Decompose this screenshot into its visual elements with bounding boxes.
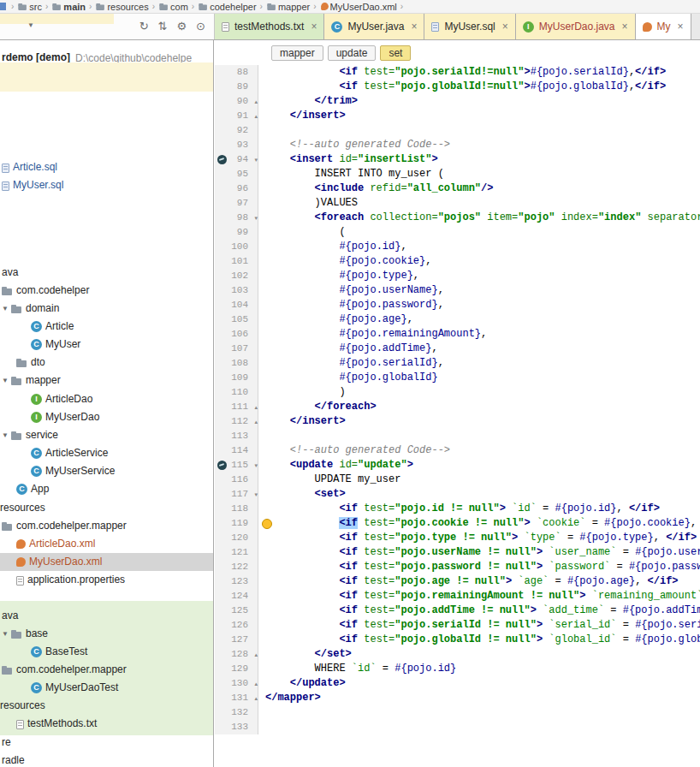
fold-up-icon[interactable]: ▴ (254, 691, 258, 705)
code-text[interactable] (258, 123, 700, 138)
structure-chip-set[interactable]: set (380, 45, 411, 61)
chevron-down-icon[interactable]: ▼ (2, 431, 11, 439)
tree-item-articledao-xml[interactable]: ArticleDao.xml (0, 535, 213, 553)
tree-item-ava[interactable]: ava (0, 264, 213, 282)
editor-tab-myuserdao-java[interactable]: IMyUserDao.java× (516, 14, 636, 39)
intention-bulb-icon[interactable] (262, 519, 272, 529)
code-text[interactable]: </foreach> (258, 400, 700, 414)
close-tab-icon[interactable]: × (502, 21, 508, 33)
code-text[interactable]: <!--auto generated Code--> (258, 138, 700, 152)
code-text[interactable]: </mapper> (258, 691, 700, 705)
fold-up-icon[interactable]: ▴ (254, 400, 258, 414)
code-text[interactable]: <foreach collection="pojos" item="pojo" … (258, 211, 700, 225)
tree-item-com-codehelper[interactable]: com.codehelper (0, 282, 213, 300)
fold-down-icon[interactable]: ▾ (254, 487, 258, 502)
code-text[interactable]: #{pojo.addTime}, (258, 342, 700, 356)
code-text[interactable]: </insert> (258, 414, 700, 429)
tree-item-myuserdaotest[interactable]: CMyUserDaoTest (0, 679, 213, 697)
tree-item-dto[interactable]: dto (0, 354, 213, 372)
code-text[interactable]: <if test="pojo.remainingAmount != null">… (258, 589, 700, 603)
sync-icon[interactable]: ↻ (139, 19, 149, 33)
code-text[interactable] (258, 720, 700, 734)
breadcrumb-myuserdao-xml[interactable]: MyUserDao.xml (320, 2, 397, 12)
fold-up-icon[interactable]: ▴ (254, 676, 258, 691)
code-text[interactable]: #{pojo.userName}, (258, 283, 700, 298)
code-text[interactable]: <if test="pojo.type != null"> `type` = #… (258, 531, 700, 545)
tree-item-myuser-sql[interactable]: MyUser.sql (0, 176, 213, 194)
breadcrumb-mapper[interactable]: mapper (266, 1, 310, 12)
code-text[interactable]: #{pojo.age}, (258, 312, 700, 327)
code-text[interactable]: <if test="pojo.id != null"> `id` = #{poj… (258, 502, 700, 516)
close-tab-icon[interactable]: × (411, 21, 417, 33)
code-text[interactable]: #{pojo.type}, (258, 269, 700, 283)
code-text[interactable]: </insert> (258, 109, 700, 123)
tree-item-myuserdao-xml[interactable]: MyUserDao.xml (0, 553, 213, 571)
code-text[interactable]: #{pojo.globalId} (258, 371, 700, 385)
tree-item-myuser[interactable]: CMyUser (0, 336, 213, 354)
structure-chip-mapper[interactable]: mapper (271, 45, 323, 61)
tree-item-service[interactable]: ▼service (0, 426, 213, 444)
settings-gear-icon[interactable]: ⚙ (176, 19, 187, 33)
chevron-down-icon[interactable]: ▼ (2, 377, 11, 384)
code-text[interactable]: )VALUES (258, 196, 700, 211)
code-text[interactable]: #{pojo.serialId}, (258, 356, 700, 371)
tree-item-resources[interactable]: resources (0, 697, 213, 715)
editor-tab-testmethods-txt[interactable]: testMethods.txt× (215, 14, 324, 39)
tree-item-ava[interactable]: ava (0, 607, 213, 625)
code-text[interactable]: #{pojo.remainingAmount}, (258, 327, 700, 342)
code-text[interactable]: <if test="pojo.cookie != null"> `cookie`… (258, 516, 700, 531)
editor-tab-myuser-java[interactable]: CMyUser.java× (324, 14, 424, 39)
tree-item-app[interactable]: CApp (0, 480, 213, 498)
fold-up-icon[interactable]: ▴ (254, 109, 258, 123)
code-text[interactable] (258, 705, 700, 720)
tree-item-article[interactable]: CArticle (0, 318, 213, 336)
close-tab-icon[interactable]: × (678, 21, 684, 33)
breadcrumb-codehelper[interactable]: codehelper (198, 1, 256, 12)
project-dropdown-caret-icon[interactable]: ▼ (27, 21, 34, 29)
tree-item-com-codehelper-mapper[interactable]: com.codehelper.mapper (0, 517, 213, 535)
code-text[interactable]: <if test="pojo.serialId != null"> `seria… (258, 618, 700, 633)
chevron-down-icon[interactable]: ▼ (2, 630, 11, 638)
code-text[interactable] (258, 429, 700, 443)
code-text[interactable]: </trim> (258, 94, 700, 109)
collapse-all-icon[interactable]: ⇅ (158, 19, 168, 33)
code-text[interactable]: <if test="pojo.userName != null"> `user_… (258, 545, 700, 560)
chevron-down-icon[interactable]: ▼ (2, 305, 11, 312)
tree-item-mapper[interactable]: ▼mapper (0, 372, 213, 389)
code-text[interactable]: </set> (258, 647, 700, 662)
tree-item-resources[interactable]: resources (0, 499, 213, 517)
code-text[interactable]: <if test="pojo.addTime != null"> `add_ti… (258, 603, 700, 618)
code-text[interactable]: <if test="pojo.age != null"> `age` = #{p… (258, 574, 700, 589)
tree-item-application-properties[interactable]: application.properties (0, 571, 213, 589)
mybatis-statement-icon[interactable] (217, 155, 227, 164)
structure-chip-update[interactable]: update (328, 45, 377, 61)
breadcrumb-main[interactable]: main (51, 1, 86, 12)
editor-tab-my[interactable]: My× (636, 14, 691, 39)
tree-item-basetest[interactable]: CBaseTest (0, 643, 213, 661)
code-text[interactable]: <if test="pojo.password != null"> `passw… (258, 560, 700, 574)
code-text[interactable]: #{pojo.cookie}, (258, 254, 700, 269)
code-text[interactable]: INSERT INTO my_user ( (258, 167, 700, 181)
code-text[interactable]: <update id="update"> (258, 458, 700, 473)
code-text[interactable]: <include refid="all_column"/> (258, 181, 700, 196)
tree-item-myuserdao[interactable]: IMyUserDao (0, 408, 213, 426)
code-text[interactable]: <!--auto generated Code--> (258, 443, 700, 458)
fold-up-icon[interactable]: ▴ (254, 94, 258, 109)
code-text[interactable]: ) (258, 385, 700, 400)
tree-item-com-codehelper-mapper[interactable]: com.codehelper.mapper (0, 661, 213, 679)
code-text[interactable]: ( (258, 225, 700, 240)
fold-down-icon[interactable]: ▾ (254, 458, 258, 473)
code-text[interactable]: <if test="pojo.globalId!=null">#{pojo.gl… (258, 80, 700, 94)
code-text[interactable]: <if test="pojo.serialId!=null">#{pojo.se… (258, 65, 700, 80)
scroll-to-source-icon[interactable]: ⊙ (196, 19, 205, 33)
breadcrumb-com[interactable]: com (158, 1, 188, 12)
fold-down-icon[interactable]: ▾ (254, 211, 258, 225)
tree-item-testmethods-txt[interactable]: testMethods.txt (0, 715, 213, 733)
close-tab-icon[interactable]: × (311, 21, 317, 33)
tree-item-articleservice[interactable]: CArticleService (0, 444, 213, 462)
tree-item-re[interactable]: re (0, 734, 213, 752)
tree-item-domain[interactable]: ▼domain (0, 300, 213, 318)
mybatis-statement-icon[interactable] (217, 461, 227, 470)
code-text[interactable]: <insert id="insertList"> (258, 152, 700, 167)
tree-item-articledao[interactable]: IArticleDao (0, 390, 213, 408)
